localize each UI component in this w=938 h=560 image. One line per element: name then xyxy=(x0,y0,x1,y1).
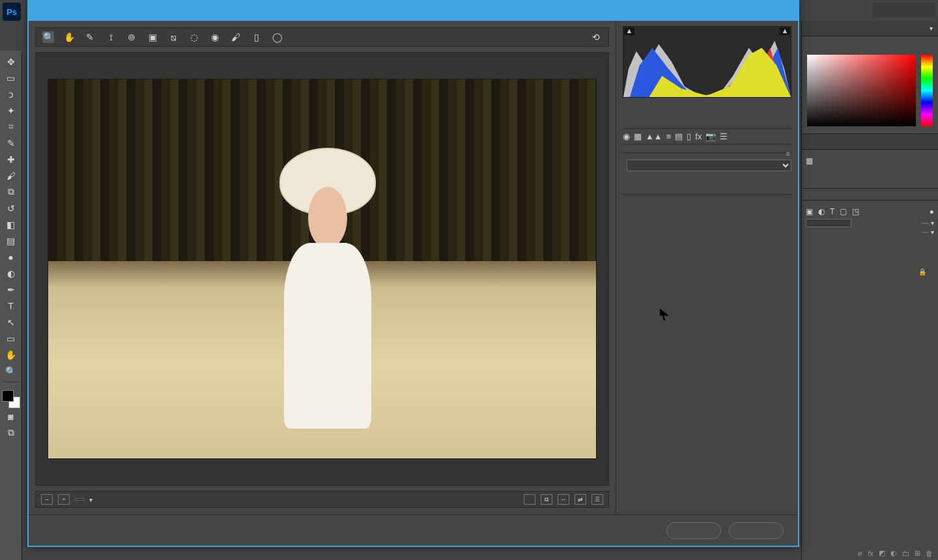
fx-icon[interactable]: fx xyxy=(868,550,874,557)
foreground-swatch[interactable] xyxy=(2,390,14,402)
layers-footer-icons: ⌀ fx ◩ ◐ 🗀 ⊞ 🗑 xyxy=(858,549,933,557)
cancel-button[interactable] xyxy=(666,522,721,539)
panel-divider xyxy=(802,189,938,201)
magic-wand-tool-icon[interactable]: ✦ xyxy=(1,102,21,119)
styles-panel-header[interactable] xyxy=(802,134,938,150)
adjustment-brush-tool-icon[interactable]: 🖌 xyxy=(230,31,242,43)
filter-smart-icon[interactable]: ◳ xyxy=(852,207,859,216)
blend-mode-select[interactable] xyxy=(806,219,851,227)
brush-tool-icon[interactable]: 🖌 xyxy=(1,167,21,184)
hand-tool-icon[interactable]: ✋ xyxy=(63,31,75,43)
tab-split-icon[interactable]: ▤ xyxy=(675,132,683,141)
zoom-tool-icon[interactable]: 🔍 xyxy=(42,31,54,43)
color-panel xyxy=(802,36,938,134)
screenmode-icon[interactable]: ⧉ xyxy=(1,425,21,441)
os-minimize-button[interactable] xyxy=(873,3,894,17)
os-close-button[interactable] xyxy=(915,3,935,17)
clone-stamp-tool-icon[interactable]: ⧉ xyxy=(1,184,21,200)
preview-before-after-button[interactable]: ↔ xyxy=(558,494,569,505)
chevron-down-icon[interactable]: ▾ xyxy=(931,219,934,227)
hand-tool-icon[interactable]: ✋ xyxy=(1,346,21,363)
cr-meta xyxy=(623,102,791,126)
os-maximize-button[interactable] xyxy=(894,3,915,17)
tab-detail-icon[interactable]: ▲▲ xyxy=(646,132,662,141)
marquee-tool-icon[interactable]: ▭ xyxy=(1,70,21,86)
styles-grid-icon[interactable]: ▦ xyxy=(806,156,813,165)
tab-curve-icon[interactable]: ▦ xyxy=(634,132,642,141)
preview-mode-y-button[interactable] xyxy=(524,494,535,505)
new-layer-icon[interactable]: ⊞ xyxy=(915,549,920,557)
lasso-tool-icon[interactable]: ɔ xyxy=(1,86,21,102)
histogram[interactable]: ▲ ▲ xyxy=(623,26,791,98)
ps-logo: Ps xyxy=(3,3,21,21)
pen-tool-icon[interactable]: ✒ xyxy=(1,281,21,298)
filter-shape-icon[interactable]: ▢ xyxy=(840,207,847,216)
chevron-down-icon[interactable]: ▾ xyxy=(931,229,934,236)
mask-icon[interactable]: ◩ xyxy=(879,549,885,557)
zoom-level[interactable] xyxy=(75,498,84,501)
white-balance-tool-icon[interactable]: ✎ xyxy=(84,31,96,43)
eyedropper-tool-icon[interactable]: ✎ xyxy=(1,135,21,151)
preview-split-button[interactable]: ⧉ xyxy=(541,494,552,505)
target-adjust-tool-icon[interactable]: ⊚ xyxy=(126,31,137,43)
gradient-tool-icon[interactable]: ▤ xyxy=(1,232,21,249)
color-field[interactable] xyxy=(807,55,916,126)
eraser-tool-icon[interactable]: ◧ xyxy=(1,216,21,232)
straighten-tool-icon[interactable]: ⧅ xyxy=(167,31,179,43)
tab-fx-icon[interactable]: fx xyxy=(695,132,702,141)
photoshop-toolbar: ✥ ▭ ɔ ✦ ⌗ ✎ ✚ 🖌 ⧉ ↺ ◧ ▤ ● ◐ ✒ T ↖ ▭ ✋ 🔍 … xyxy=(0,51,22,560)
spot-removal-tool-icon[interactable]: ◌ xyxy=(188,31,200,43)
zoomout-button[interactable]: − xyxy=(41,494,53,505)
filter-pixel-icon[interactable]: ▣ xyxy=(806,207,813,216)
rotate-icon[interactable]: ⟲ xyxy=(590,31,602,43)
os-window-controls xyxy=(873,3,935,17)
color-sampler-tool-icon[interactable]: ⟟ xyxy=(105,31,117,43)
fill-value[interactable] xyxy=(922,232,928,233)
filter-type-icon[interactable]: T xyxy=(830,207,834,216)
color-swatches[interactable] xyxy=(2,390,20,408)
tab-camera-icon[interactable]: 📷 xyxy=(705,132,716,141)
dodge-tool-icon[interactable]: ◐ xyxy=(1,265,21,281)
rectangle-tool-icon[interactable]: ▭ xyxy=(1,330,21,346)
tab-presets-icon[interactable]: ☰ xyxy=(720,132,728,141)
tab-hsl-icon[interactable]: ≡ xyxy=(666,132,672,141)
link-layers-icon[interactable]: ⌀ xyxy=(858,549,862,557)
healing-brush-tool-icon[interactable]: ✚ xyxy=(1,151,21,167)
move-tool-icon[interactable]: ✥ xyxy=(1,53,21,70)
history-brush-tool-icon[interactable]: ↺ xyxy=(1,200,21,216)
white-balance-row xyxy=(623,160,791,171)
trash-icon[interactable]: 🗑 xyxy=(926,550,933,557)
group-icon[interactable]: 🗀 xyxy=(902,550,909,557)
preview-swap-button[interactable]: ⇄ xyxy=(575,494,586,505)
ok-button[interactable] xyxy=(729,522,784,539)
hue-strip[interactable] xyxy=(921,55,933,126)
panel-menu-icon[interactable]: ≡ xyxy=(786,150,790,158)
redeye-tool-icon[interactable]: ◉ xyxy=(209,31,221,43)
layer-filter-icons: ▣ ◐ T ▢ ◳ ● xyxy=(806,207,934,216)
preview-settings-button[interactable]: ☰ xyxy=(591,494,603,505)
cr-controls-pane: ▲ ▲ xyxy=(616,21,798,514)
quickmask-icon[interactable]: ◙ xyxy=(1,408,21,425)
tab-lens-icon[interactable]: ▯ xyxy=(687,132,691,141)
adjustment-icon[interactable]: ◐ xyxy=(890,549,897,557)
wb-select[interactable] xyxy=(627,160,791,171)
crop-tool-icon[interactable]: ⌗ xyxy=(1,119,21,135)
layer-row[interactable] xyxy=(806,237,934,242)
radial-filter-tool-icon[interactable]: ◯ xyxy=(272,31,283,43)
blur-tool-icon[interactable]: ● xyxy=(1,249,21,265)
chevron-down-icon[interactable]: ▾ xyxy=(89,496,92,503)
type-tool-icon[interactable]: T xyxy=(1,298,21,314)
zoom-tool-icon[interactable]: 🔍 xyxy=(1,363,21,379)
filter-toggle-icon[interactable]: ● xyxy=(930,207,934,216)
cr-preview[interactable] xyxy=(35,52,609,486)
opacity-value[interactable] xyxy=(922,223,928,224)
graduated-filter-tool-icon[interactable]: ▯ xyxy=(251,31,263,43)
zoomin-button[interactable]: + xyxy=(58,494,70,505)
crop-tool-icon[interactable]: ▣ xyxy=(147,31,158,43)
workspace-selector[interactable]: ▾ xyxy=(802,21,938,36)
path-tool-icon[interactable]: ↖ xyxy=(1,314,21,330)
dialog-title xyxy=(29,1,798,21)
filter-adjust-icon[interactable]: ◐ xyxy=(818,207,825,216)
tab-basic-icon[interactable]: ◉ xyxy=(623,132,630,141)
lock-icon: 🔒 xyxy=(918,268,926,275)
